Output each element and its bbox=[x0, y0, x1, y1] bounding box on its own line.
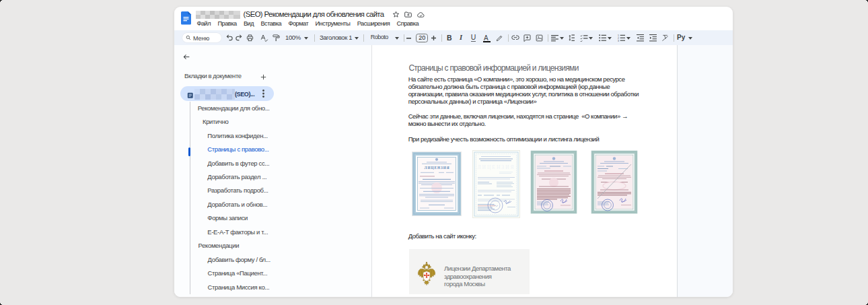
svg-text:1: 1 bbox=[618, 34, 619, 37]
svg-text:3: 3 bbox=[618, 40, 619, 42]
svg-text:ЛИЦЕНЗИЯ: ЛИЦЕНЗИЯ bbox=[425, 166, 450, 170]
svg-text:2: 2 bbox=[618, 37, 619, 40]
svg-text:ЛИЦЕНЗИЯ: ЛИЦЕНЗИЯ bbox=[477, 164, 515, 170]
